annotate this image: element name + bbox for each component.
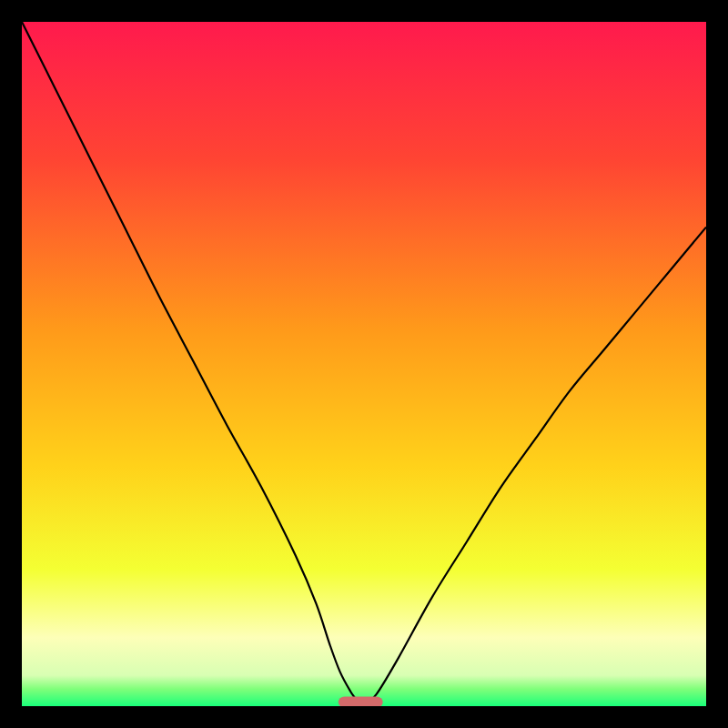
optimal-range-marker <box>339 696 383 706</box>
bottleneck-chart <box>22 22 706 706</box>
chart-frame: TheBottleneck.com <box>22 22 706 706</box>
chart-background <box>22 22 706 706</box>
